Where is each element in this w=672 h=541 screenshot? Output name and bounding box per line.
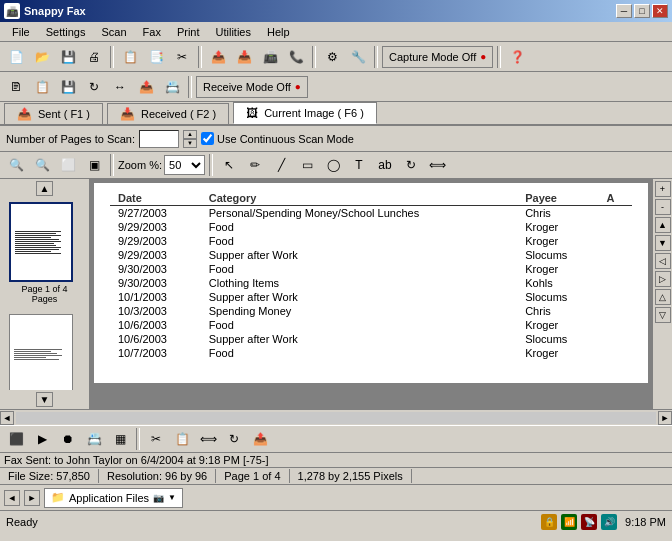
img-zoom-out[interactable]: 🔍 <box>30 154 54 176</box>
tb2-scan[interactable]: 🖹 <box>4 76 28 98</box>
tb-settings1[interactable]: ⚙ <box>320 46 344 68</box>
tb-settings2[interactable]: 🔧 <box>346 46 370 68</box>
tb2-page[interactable]: 📋 <box>30 76 54 98</box>
bt-more1[interactable]: ⟺ <box>196 428 220 450</box>
img-zoom-in[interactable]: 🔍 <box>4 154 28 176</box>
appfiles-prev[interactable]: ◄ <box>4 490 20 506</box>
tb-cut[interactable]: ✂ <box>170 46 194 68</box>
bt-rec[interactable]: ⏺ <box>56 428 80 450</box>
receive-mode-icon: ● <box>295 81 301 92</box>
tb2-rotate[interactable]: ↻ <box>82 76 106 98</box>
thumbnail-2[interactable]: Page 2 of 4 Pages <box>9 314 81 390</box>
thumb-scroll-down[interactable]: ▼ <box>36 392 54 407</box>
thumbnail-1[interactable]: Page 1 of 4 Pages <box>9 202 81 304</box>
bt-stop[interactable]: ⬛ <box>4 428 28 450</box>
tb-print[interactable]: 🖨 <box>82 46 106 68</box>
img-select[interactable]: ↖ <box>217 154 241 176</box>
tb-open[interactable]: 📂 <box>30 46 54 68</box>
thumb-img-1 <box>9 202 73 282</box>
tab-sent[interactable]: 📤 Sent ( F1 ) <box>4 103 103 124</box>
app-files-button[interactable]: 📁 Application Files 📷 ▼ <box>44 488 183 508</box>
img-fit[interactable]: ⬜ <box>56 154 80 176</box>
tab-received-label: Received ( F2 ) <box>141 108 216 120</box>
tb-paste[interactable]: 📑 <box>144 46 168 68</box>
rt-tool4[interactable]: ▽ <box>655 307 671 323</box>
spin-down[interactable]: ▼ <box>183 139 197 148</box>
tb-save[interactable]: 💾 <box>56 46 80 68</box>
tb-new[interactable]: 📄 <box>4 46 28 68</box>
tab-received[interactable]: 📥 Received ( F2 ) <box>107 103 229 124</box>
tb2-fax2[interactable]: 📤 <box>134 76 158 98</box>
col-category: Category <box>201 191 517 206</box>
img-rotate90[interactable]: ↻ <box>399 154 423 176</box>
hscroll-right[interactable]: ► <box>658 411 672 425</box>
menu-help[interactable]: Help <box>259 24 298 40</box>
bt-pattern[interactable]: ▦ <box>108 428 132 450</box>
menu-scan[interactable]: Scan <box>93 24 134 40</box>
bt-send2[interactable]: 📤 <box>248 428 272 450</box>
img-actual[interactable]: ▣ <box>82 154 106 176</box>
tab-current-image[interactable]: 🖼 Current Image ( F6 ) <box>233 102 377 124</box>
menu-print[interactable]: Print <box>169 24 208 40</box>
bt-more2[interactable]: ↻ <box>222 428 246 450</box>
tb-fax1[interactable]: 📠 <box>258 46 282 68</box>
h-scroll-track[interactable] <box>16 412 656 424</box>
img-ab[interactable]: ab <box>373 154 397 176</box>
tb-receive1[interactable]: 📥 <box>232 46 256 68</box>
tb2-flip[interactable]: ↔ <box>108 76 132 98</box>
img-rect[interactable]: ▭ <box>295 154 319 176</box>
tb2-save2[interactable]: 💾 <box>56 76 80 98</box>
rt-zoom-in[interactable]: + <box>655 181 671 197</box>
appfiles-next[interactable]: ► <box>24 490 40 506</box>
img-text[interactable]: T <box>347 154 371 176</box>
bt-play[interactable]: ▶ <box>30 428 54 450</box>
thumb-label-1: Page 1 of 4 Pages <box>9 284 81 304</box>
img-sep-1 <box>110 154 114 176</box>
bt-scissors[interactable]: ✂ <box>144 428 168 450</box>
sep2-1 <box>188 76 192 98</box>
pages-input[interactable] <box>139 130 179 148</box>
img-pencil[interactable]: ✏ <box>243 154 267 176</box>
zoom-select[interactable]: 50 25 75 100 <box>164 155 205 175</box>
maximize-button[interactable]: □ <box>634 4 650 18</box>
rt-zoom-out[interactable]: - <box>655 199 671 215</box>
clock: 9:18 PM <box>625 516 666 528</box>
img-mirror[interactable]: ⟺ <box>425 154 449 176</box>
img-ellipse[interactable]: ◯ <box>321 154 345 176</box>
receive-mode-button[interactable]: Receive Mode Off ● <box>196 76 308 98</box>
tb-send1[interactable]: 📤 <box>206 46 230 68</box>
table-row: 10/7/2003FoodKroger <box>110 346 632 360</box>
doc-table: Date Category Payee A 9/27/2003Personal/… <box>110 191 632 360</box>
app-files-icon2: 📷 <box>153 493 164 503</box>
h-scroll[interactable]: ◄ ► <box>0 409 672 425</box>
capture-mode-label: Capture Mode Off <box>389 51 476 63</box>
spin-up[interactable]: ▲ <box>183 130 197 139</box>
menu-fax[interactable]: Fax <box>135 24 169 40</box>
capture-mode-button[interactable]: Capture Mode Off ● <box>382 46 493 68</box>
rt-next-page[interactable]: ▼ <box>655 235 671 251</box>
col-date: Date <box>110 191 201 206</box>
tb-help[interactable]: ❓ <box>505 46 529 68</box>
bt-paste2[interactable]: 📋 <box>170 428 194 450</box>
menu-file[interactable]: File <box>4 24 38 40</box>
table-row: 10/1/2003Supper after WorkSlocums <box>110 290 632 304</box>
bt-addr2[interactable]: 📇 <box>82 428 106 450</box>
hscroll-left[interactable]: ◄ <box>0 411 14 425</box>
rt-tool2[interactable]: ▷ <box>655 271 671 287</box>
tb2-addr[interactable]: 📇 <box>160 76 184 98</box>
thumb-scroll-up[interactable]: ▲ <box>36 181 54 196</box>
continuous-scan-text: Use Continuous Scan Mode <box>217 133 354 145</box>
continuous-scan-checkbox[interactable] <box>201 132 214 145</box>
close-button[interactable]: ✕ <box>652 4 668 18</box>
tb-phone[interactable]: 📞 <box>284 46 308 68</box>
rt-tool3[interactable]: △ <box>655 289 671 305</box>
rt-tool1[interactable]: ◁ <box>655 253 671 269</box>
img-line[interactable]: ╱ <box>269 154 293 176</box>
tb-copy[interactable]: 📋 <box>118 46 142 68</box>
menu-utilities[interactable]: Utilities <box>208 24 259 40</box>
minimize-button[interactable]: ─ <box>616 4 632 18</box>
menu-settings[interactable]: Settings <box>38 24 94 40</box>
rt-prev-page[interactable]: ▲ <box>655 217 671 233</box>
sep-3 <box>312 46 316 68</box>
document-viewer[interactable]: Date Category Payee A 9/27/2003Personal/… <box>90 179 652 409</box>
